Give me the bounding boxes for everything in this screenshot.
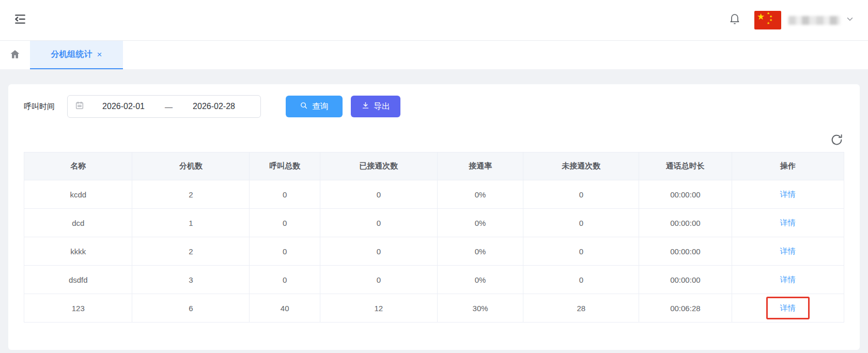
table-header-row: 名称 分机数 呼叫总数 已接通次数 接通率 未接通次数 通话总时长 操作	[24, 152, 844, 180]
notification-button[interactable]	[729, 13, 741, 27]
stats-table: 名称 分机数 呼叫总数 已接通次数 接通率 未接通次数 通话总时长 操作 kcd…	[24, 152, 844, 323]
sidebar-collapse-button[interactable]	[13, 12, 27, 28]
end-date-value[interactable]: 2026-02-28	[175, 102, 253, 111]
table-row: kcdd 2 0 0 0% 0 00:00:00 详情	[24, 180, 844, 209]
col-header-unconnected: 未接通次数	[523, 152, 639, 180]
bell-icon	[729, 13, 741, 27]
date-range-picker[interactable]: 2026-02-01 — 2026-02-28	[67, 95, 261, 118]
tab-close-icon[interactable]: ×	[97, 50, 102, 59]
query-button[interactable]: 查询	[286, 96, 343, 117]
calendar-icon	[75, 101, 84, 112]
call-time-label: 呼叫时间	[24, 102, 55, 112]
col-header-name: 名称	[24, 152, 132, 180]
language-flag-button[interactable]: ★ ★ ★ ★ ★	[754, 11, 781, 29]
col-header-duration: 通话总时长	[639, 152, 732, 180]
table-row: 123 6 40 12 30% 28 00:06:28 详情	[24, 294, 844, 323]
detail-link[interactable]: 详情	[780, 275, 796, 284]
filter-row: 呼叫时间 2026-02-01 — 2026-02-28	[24, 84, 844, 118]
page-content: 呼叫时间 2026-02-01 — 2026-02-28	[0, 69, 868, 353]
table-row: kkkk 2 0 0 0% 0 00:00:00 详情	[24, 237, 844, 266]
stats-card: 呼叫时间 2026-02-01 — 2026-02-28	[8, 84, 860, 350]
detail-link[interactable]: 详情	[780, 303, 796, 313]
col-header-total-calls: 呼叫总数	[250, 152, 320, 180]
tab-extension-group-stats[interactable]: 分机组统计 ×	[30, 41, 123, 69]
export-button[interactable]: 导出	[351, 96, 400, 117]
refresh-icon	[830, 133, 843, 148]
table-toolbar	[24, 133, 844, 148]
search-icon	[300, 101, 308, 112]
col-header-connected: 已接通次数	[320, 152, 437, 180]
detail-link[interactable]: 详情	[780, 218, 796, 227]
date-range-separator: —	[163, 102, 175, 111]
col-header-rate: 接通率	[437, 152, 523, 180]
detail-link[interactable]: 详情	[780, 190, 796, 198]
detail-link[interactable]: 详情	[780, 247, 796, 255]
chevron-down-icon	[845, 14, 855, 26]
menu-fold-icon	[13, 12, 27, 28]
china-flag-icon: ★	[757, 12, 765, 21]
tab-home[interactable]	[0, 41, 30, 69]
annotation-highlight-box: 详情	[766, 297, 810, 319]
topbar: ★ ★ ★ ★ ★	[0, 0, 868, 41]
tab-bar: 分机组统计 ×	[0, 41, 868, 69]
download-icon	[361, 101, 370, 112]
username-blurred	[788, 16, 840, 25]
user-menu[interactable]	[788, 14, 855, 26]
col-header-action: 操作	[732, 152, 844, 180]
table-row: dcd 1 0 0 0% 0 00:00:00 详情	[24, 209, 844, 237]
col-header-extensions: 分机数	[132, 152, 250, 180]
start-date-value[interactable]: 2026-02-01	[84, 102, 163, 111]
table-row: dsdfd 3 0 0 0% 0 00:00:00 详情	[24, 266, 844, 294]
home-icon	[9, 49, 21, 62]
refresh-button[interactable]	[830, 133, 843, 148]
tab-label: 分机组统计	[51, 49, 92, 60]
